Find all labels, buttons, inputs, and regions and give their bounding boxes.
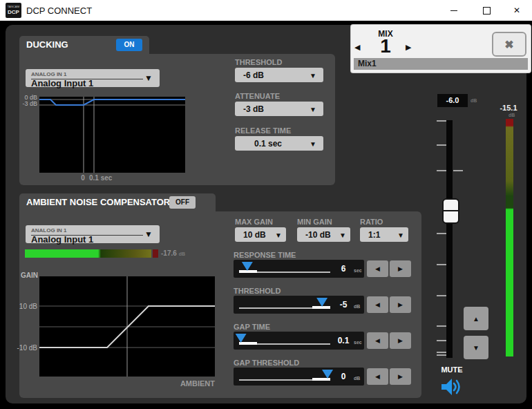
chevron-down-icon: ▼ — [275, 231, 282, 238]
response-time-label: RESPONSE TIME — [234, 251, 296, 259]
maximize-icon — [483, 7, 491, 15]
arrow-right-icon: ▶ — [406, 43, 411, 51]
chevron-down-icon: ▼ — [310, 140, 316, 147]
mix-name-field[interactable]: Mix1 — [354, 58, 528, 70]
response-time-slider[interactable]: 6 sec — [234, 260, 364, 278]
mute-speaker-button[interactable] — [440, 377, 464, 397]
anc-meter-value: -17.6 — [161, 249, 177, 257]
speaker-icon — [440, 377, 464, 397]
response-time-decrease-button[interactable]: ◀ — [367, 260, 388, 277]
ducking-threshold-value: -6 dB — [243, 68, 264, 82]
response-time-unit: sec — [354, 268, 362, 273]
gap-time-unit: sec — [354, 340, 362, 345]
gain-axis-label: GAIN — [21, 272, 38, 279]
gap-threshold-value: 0 — [332, 368, 355, 386]
max-gain-value: 10 dB — [243, 227, 266, 242]
mix-number: 1 — [363, 35, 408, 57]
anc-threshold-decrease-button[interactable]: ◀ — [367, 296, 388, 313]
logo-text-bottom: DCP — [6, 10, 21, 15]
ducking-attenuate-select[interactable]: -3 dB ▼ — [235, 102, 323, 116]
fader-up-button[interactable]: ▲ — [464, 307, 488, 330]
mix-close-button[interactable]: ✖ — [492, 32, 526, 57]
gap-time-label: GAP TIME — [234, 323, 270, 331]
anc-off-button[interactable]: OFF — [169, 196, 196, 209]
ducking-tab: DUCKING ON — [19, 36, 149, 54]
gain-ylabel-10db: 10 dB — [14, 303, 37, 310]
anc-input-select[interactable]: ANALOG IN 1 Analog Input 1 ▼ — [26, 225, 160, 243]
fader-track[interactable] — [446, 120, 453, 358]
mix-next-button[interactable]: ▶ — [406, 43, 411, 52]
chevron-down-icon: ▼ — [310, 71, 316, 79]
min-gain-value: -10 dB — [305, 227, 331, 242]
gap-threshold-control: GAP THRESHOLD 0 dB ◀ ▶ — [234, 359, 411, 393]
mix-panel: MIX 1 ◀ ▶ ✖ Mix1 — [351, 25, 531, 73]
response-time-value: 6 — [332, 260, 355, 278]
window-title: DCP CONNECT — [26, 6, 92, 16]
min-gain-label: MIN GAIN — [297, 218, 332, 226]
arrow-left-icon: ◀ — [375, 301, 380, 308]
gap-time-decrease-button[interactable]: ◀ — [367, 332, 388, 349]
output-level-meter — [506, 119, 513, 356]
max-gain-select[interactable]: 10 dB ▼ — [235, 227, 286, 242]
ducking-release-time-select[interactable]: 0.1 sec ▼ — [235, 136, 323, 151]
gain-ylabel-minus10db: -10 dB — [14, 345, 37, 351]
anc-threshold-value: -5 — [332, 296, 355, 314]
ducking-input-value: Analog Input 1 — [31, 78, 93, 88]
gap-threshold-unit: dB — [354, 376, 360, 381]
arrow-left-icon: ◀ — [375, 337, 380, 344]
ducking-threshold-select[interactable]: -6 dB ▼ — [235, 68, 323, 82]
response-time-increase-button[interactable]: ▶ — [390, 260, 411, 277]
arrow-right-icon: ▶ — [398, 301, 403, 308]
gap-time-slider[interactable]: 0.1 sec — [234, 332, 364, 350]
min-gain-select[interactable]: -10 dB ▼ — [297, 227, 350, 242]
fader-value-display: -6.0 — [437, 94, 468, 107]
tascam-logo: TASCAM DCP — [6, 3, 21, 18]
mute-label: MUTE — [438, 365, 466, 374]
response-time-control: RESPONSE TIME 6 sec ◀ ▶ — [234, 251, 411, 285]
mix-prev-button[interactable]: ◀ — [354, 43, 360, 52]
ratio-select[interactable]: 1:1 ▼ — [360, 227, 408, 242]
release-time-label: RELEASE TIME — [235, 126, 291, 135]
anc-threshold-increase-button[interactable]: ▶ — [390, 296, 411, 313]
ratio-label: RATIO — [360, 218, 383, 226]
arrow-up-icon: ▲ — [473, 315, 479, 323]
output-meter-unit: dB — [509, 113, 515, 117]
ducking-input-select[interactable]: ANALOG IN 1 Analog Input 1 ▼ — [26, 69, 160, 87]
attenuate-label: ATTENUATE — [235, 92, 280, 100]
gap-time-increase-button[interactable]: ▶ — [390, 332, 411, 349]
fader-down-button[interactable]: ▼ — [464, 336, 488, 359]
ducking-graph — [39, 97, 185, 173]
chevron-down-icon: ▼ — [144, 73, 153, 83]
ducking-on-button[interactable]: ON — [116, 39, 142, 51]
threshold-label: THRESHOLD — [235, 58, 282, 66]
output-meter-value: -15.1 — [496, 104, 521, 112]
arrow-right-icon: ▶ — [398, 337, 403, 344]
gap-threshold-decrease-button[interactable]: ◀ — [367, 368, 388, 385]
minimize-icon — [450, 10, 457, 11]
fader-handle[interactable] — [442, 198, 459, 224]
arrow-left-icon: ◀ — [354, 43, 360, 51]
anc-input-value: Analog Input 1 — [31, 234, 93, 245]
gap-time-value: 0.1 — [332, 332, 355, 350]
ratio-value: 1:1 — [368, 227, 380, 242]
close-button[interactable]: ✕ — [503, 0, 531, 21]
close-x-icon: ✖ — [504, 38, 513, 51]
gap-threshold-slider[interactable]: 0 dB — [234, 368, 364, 386]
anc-gain-graph — [39, 276, 215, 377]
gap-threshold-increase-button[interactable]: ▶ — [390, 368, 411, 385]
anc-title: AMBIENT NOISE COMPENSATOR — [26, 193, 170, 211]
ducking-release-time-value: 0.1 sec — [254, 136, 282, 151]
app-window: TASCAM DCP DCP CONNECT ✕ DUCKING ON ANAL… — [0, 0, 532, 409]
maximize-button[interactable] — [473, 0, 500, 21]
minimize-button[interactable] — [440, 0, 468, 21]
arrow-left-icon: ◀ — [375, 265, 380, 272]
anc-threshold-control: THRESHOLD -5 dB ◀ ▶ — [234, 287, 411, 321]
arrow-right-icon: ▶ — [398, 373, 403, 380]
anc-meter-readout: -17.6dB — [161, 249, 185, 257]
slider-track-highlight — [239, 342, 257, 345]
anc-threshold-slider[interactable]: -5 dB — [234, 296, 364, 314]
ambient-axis-label: AMBIENT — [153, 379, 215, 388]
arrow-left-icon: ◀ — [375, 373, 380, 380]
ducking-xlabel-0: 0 — [77, 174, 88, 182]
chevron-down-icon: ▼ — [339, 231, 346, 238]
